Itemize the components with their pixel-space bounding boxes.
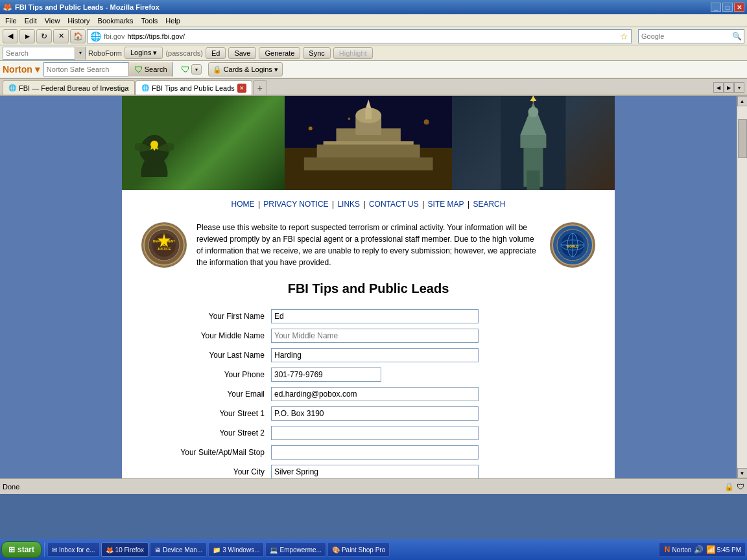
- input-city[interactable]: [271, 465, 479, 478]
- roboform-label: RoboForm: [88, 49, 122, 57]
- nav-contact[interactable]: CONTACT US: [369, 200, 419, 209]
- input-email[interactable]: [271, 387, 479, 401]
- norton-search-button[interactable]: 🛡 Search: [128, 62, 172, 76]
- input-street1[interactable]: [271, 406, 479, 421]
- taskbar-device-label: Device Man...: [163, 546, 202, 554]
- stop-button[interactable]: ✕: [53, 29, 69, 43]
- input-phone[interactable]: [271, 368, 381, 382]
- scroll-up-arrow[interactable]: ▲: [737, 96, 748, 106]
- taskbar-windows[interactable]: 📁 3 Windows...: [208, 542, 264, 557]
- input-middlename[interactable]: [271, 329, 479, 343]
- highlight-button[interactable]: Highlight: [333, 47, 373, 59]
- taskbar-empower[interactable]: 💻 Empowerme...: [265, 542, 326, 557]
- nav-privacy[interactable]: PRIVACY NOTICE: [263, 200, 328, 209]
- tab-list-button[interactable]: ▾: [734, 82, 744, 93]
- input-suite[interactable]: [271, 445, 479, 460]
- scroll-track[interactable]: [737, 106, 747, 468]
- ed-button[interactable]: Ed: [206, 47, 226, 59]
- svg-rect-8: [323, 141, 413, 145]
- menu-file[interactable]: File: [1, 16, 21, 26]
- sync-button[interactable]: Sync: [303, 47, 330, 59]
- input-street2[interactable]: [271, 426, 479, 440]
- label-city: Your City: [141, 467, 271, 476]
- hero-liberty-panel: [452, 96, 615, 190]
- nav-links-link[interactable]: LINKS: [337, 200, 360, 209]
- menu-edit[interactable]: Edit: [21, 16, 41, 26]
- logins-button[interactable]: Logins ▾: [124, 47, 163, 59]
- start-label: start: [18, 545, 34, 554]
- menu-tools[interactable]: Tools: [137, 16, 162, 26]
- tab-close-button[interactable]: ✕: [237, 84, 246, 93]
- menu-help[interactable]: Help: [161, 16, 184, 26]
- menu-bookmarks[interactable]: Bookmarks: [94, 16, 137, 26]
- input-firstname[interactable]: [271, 309, 479, 323]
- norton-cards-label: Cards & Logins ▾: [224, 65, 278, 74]
- nav-sitemap[interactable]: SITE MAP: [428, 200, 464, 209]
- taskbar-device-icon: 🖥: [154, 546, 161, 554]
- norton-tray-item[interactable]: N Norton: [663, 542, 693, 557]
- tab-scroll-left[interactable]: ◀: [713, 82, 724, 93]
- maximize-button[interactable]: □: [722, 3, 733, 12]
- title-bar-left: 🦊 FBI Tips and Public Leads - Mozilla Fi…: [3, 3, 160, 12]
- window-controls: _ □ ✕: [711, 3, 744, 12]
- taskbar-firefox[interactable]: 🦊 10 Firefox: [101, 542, 148, 557]
- tab-fbi-main-title: FBI — Federal Bureau of Investigation ..…: [19, 84, 129, 92]
- minimize-button[interactable]: _: [711, 3, 721, 12]
- label-middlename: Your Middle Name: [141, 331, 271, 340]
- google-search-icon[interactable]: 🔍: [729, 29, 744, 43]
- page-content-scroll[interactable]: HOME | PRIVACY NOTICE | LINKS | CONTACT …: [0, 96, 737, 478]
- hero-eagle-panel: [122, 96, 285, 190]
- back-button[interactable]: ◀: [3, 29, 18, 43]
- svg-text:JUSTICE: JUSTICE: [157, 247, 171, 251]
- generate-button[interactable]: Generate: [259, 47, 300, 59]
- form: Your First Name Your Middle Name Your La…: [141, 309, 595, 478]
- new-tab-button[interactable]: +: [253, 80, 267, 95]
- label-street2: Your Street 2: [141, 428, 271, 438]
- tab-fbi-main[interactable]: 🌐 FBI — Federal Bureau of Investigation …: [3, 80, 135, 95]
- svg-rect-21: [527, 170, 540, 190]
- page-scrollbar: ▲ ▼: [737, 96, 747, 478]
- refresh-button[interactable]: ↻: [36, 29, 52, 43]
- status-bar: Done 🔒 🛡: [0, 478, 747, 494]
- tab-scroll-controls: ◀ ▶ ▾: [713, 80, 744, 95]
- tab-scroll-right[interactable]: ▶: [724, 82, 734, 93]
- nav-home[interactable]: HOME: [231, 200, 255, 209]
- site-security-icon: 🌐: [90, 31, 101, 41]
- home-button[interactable]: 🏠: [70, 29, 86, 43]
- norton-arrow-button[interactable]: ▾: [191, 64, 202, 75]
- google-search-box: 🔍: [638, 29, 744, 43]
- google-search-input[interactable]: [639, 32, 729, 40]
- tab-fbi-tips-favicon: 🌐: [141, 84, 149, 91]
- tabs-spacer: [268, 80, 713, 95]
- norton-search-input[interactable]: [44, 65, 128, 73]
- tab-fbi-tips[interactable]: 🌐 FBI Tips and Public Leads ✕: [136, 80, 252, 95]
- input-lastname[interactable]: [271, 348, 479, 362]
- svg-rect-16: [521, 135, 547, 148]
- menu-view[interactable]: View: [41, 16, 64, 26]
- svg-point-13: [348, 117, 350, 120]
- label-email: Your Email: [141, 390, 271, 399]
- nav-search[interactable]: SEARCH: [473, 200, 505, 209]
- roboform-search-input[interactable]: [3, 49, 75, 57]
- taskbar-device[interactable]: 🖥 Device Man...: [150, 542, 207, 557]
- scroll-thumb[interactable]: [738, 119, 747, 158]
- form-row-firstname: Your First Name: [141, 309, 595, 323]
- norton-cards-button[interactable]: 🔒 Cards & Logins ▾: [208, 62, 283, 76]
- taskbar-inbox[interactable]: ✉ Inbox for e...: [47, 542, 100, 557]
- roboform-dropdown-arrow[interactable]: ▾: [75, 47, 85, 60]
- info-section: DEPARTMENT FBI JUSTICE Please use this w…: [141, 222, 595, 268]
- window-title: FBI Tips and Public Leads - Mozilla Fire…: [15, 3, 160, 11]
- forward-button[interactable]: ▶: [19, 29, 35, 43]
- tray-icons: 🔊 📶: [694, 545, 715, 554]
- fbi-seal-left: DEPARTMENT FBI JUSTICE: [141, 222, 187, 268]
- taskbar-paintshop[interactable]: 🎨 Paint Shop Pro: [327, 542, 390, 557]
- address-input[interactable]: [127, 32, 617, 40]
- eagle-svg: [135, 132, 174, 183]
- scroll-down-arrow[interactable]: ▼: [737, 468, 748, 478]
- close-button[interactable]: ✕: [734, 3, 744, 12]
- start-button[interactable]: ⊞ start: [1, 541, 42, 558]
- save-button[interactable]: Save: [228, 47, 256, 59]
- site-label: fbi.gov: [104, 32, 124, 40]
- menu-history[interactable]: History: [64, 16, 93, 26]
- bookmark-star-icon[interactable]: ☆: [620, 31, 628, 41]
